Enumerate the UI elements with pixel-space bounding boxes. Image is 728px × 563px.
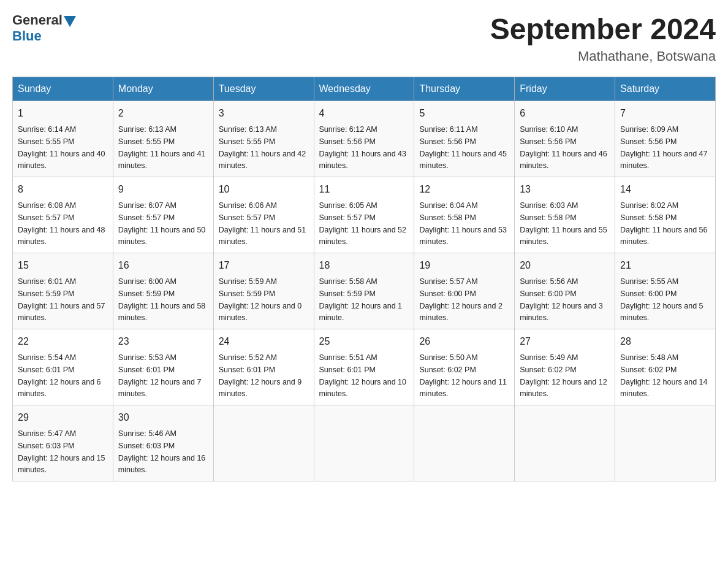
- day-info: Sunrise: 6:08 AMSunset: 5:57 PMDaylight:…: [18, 201, 105, 246]
- month-title: September 2024: [490, 12, 716, 46]
- table-cell: 7Sunrise: 6:09 AMSunset: 5:56 PMDaylight…: [615, 101, 716, 177]
- day-number: 19: [419, 258, 509, 273]
- table-cell: 24Sunrise: 5:52 AMSunset: 6:01 PMDayligh…: [213, 329, 314, 405]
- day-info: Sunrise: 5:51 AMSunset: 6:01 PMDaylight:…: [319, 353, 406, 398]
- day-info: Sunrise: 5:52 AMSunset: 6:01 PMDaylight:…: [219, 353, 302, 398]
- day-info: Sunrise: 5:59 AMSunset: 5:59 PMDaylight:…: [219, 277, 302, 322]
- day-number: 3: [219, 106, 309, 121]
- day-info: Sunrise: 5:56 AMSunset: 6:00 PMDaylight:…: [520, 277, 603, 322]
- table-cell: 26Sunrise: 5:50 AMSunset: 6:02 PMDayligh…: [414, 329, 515, 405]
- header-tuesday: Tuesday: [213, 77, 314, 101]
- table-cell: [314, 405, 414, 481]
- day-number: 22: [18, 334, 108, 349]
- table-cell: 28Sunrise: 5:48 AMSunset: 6:02 PMDayligh…: [615, 329, 716, 405]
- day-number: 15: [18, 258, 108, 273]
- day-number: 2: [118, 106, 208, 121]
- day-number: 30: [118, 410, 208, 425]
- header-thursday: Thursday: [414, 77, 515, 101]
- header-saturday: Saturday: [615, 77, 716, 101]
- day-number: 16: [118, 258, 208, 273]
- table-cell: 14Sunrise: 6:02 AMSunset: 5:58 PMDayligh…: [615, 177, 716, 253]
- table-cell: 25Sunrise: 5:51 AMSunset: 6:01 PMDayligh…: [314, 329, 414, 405]
- table-cell: 2Sunrise: 6:13 AMSunset: 5:55 PMDaylight…: [113, 101, 213, 177]
- table-cell: [213, 405, 314, 481]
- week-row-5: 29Sunrise: 5:47 AMSunset: 6:03 PMDayligh…: [13, 405, 716, 481]
- table-cell: 29Sunrise: 5:47 AMSunset: 6:03 PMDayligh…: [13, 405, 113, 481]
- day-number: 8: [18, 182, 108, 197]
- day-number: 9: [118, 182, 208, 197]
- day-info: Sunrise: 6:00 AMSunset: 5:59 PMDaylight:…: [118, 277, 205, 322]
- day-info: Sunrise: 5:49 AMSunset: 6:02 PMDaylight:…: [520, 353, 607, 398]
- day-number: 23: [118, 334, 208, 349]
- table-cell: 11Sunrise: 6:05 AMSunset: 5:57 PMDayligh…: [314, 177, 414, 253]
- header-friday: Friday: [515, 77, 615, 101]
- table-cell: [515, 405, 615, 481]
- table-cell: 20Sunrise: 5:56 AMSunset: 6:00 PMDayligh…: [515, 253, 615, 329]
- day-number: 11: [319, 182, 409, 197]
- calendar-table: Sunday Monday Tuesday Wednesday Thursday…: [12, 77, 716, 481]
- day-number: 1: [18, 106, 108, 121]
- table-cell: 23Sunrise: 5:53 AMSunset: 6:01 PMDayligh…: [113, 329, 213, 405]
- day-info: Sunrise: 5:48 AMSunset: 6:02 PMDaylight:…: [620, 353, 707, 398]
- table-cell: 18Sunrise: 5:58 AMSunset: 5:59 PMDayligh…: [314, 253, 414, 329]
- table-cell: 9Sunrise: 6:07 AMSunset: 5:57 PMDaylight…: [113, 177, 213, 253]
- days-header-row: Sunday Monday Tuesday Wednesday Thursday…: [13, 77, 716, 101]
- day-number: 6: [520, 106, 610, 121]
- week-row-3: 15Sunrise: 6:01 AMSunset: 5:59 PMDayligh…: [13, 253, 716, 329]
- location-subtitle: Mathathane, Botswana: [490, 48, 716, 64]
- day-info: Sunrise: 6:13 AMSunset: 5:55 PMDaylight:…: [118, 125, 205, 170]
- day-info: Sunrise: 5:55 AMSunset: 6:00 PMDaylight:…: [620, 277, 703, 322]
- day-number: 24: [219, 334, 309, 349]
- table-cell: 13Sunrise: 6:03 AMSunset: 5:58 PMDayligh…: [515, 177, 615, 253]
- day-number: 20: [520, 258, 610, 273]
- day-number: 29: [18, 410, 108, 425]
- day-info: Sunrise: 5:47 AMSunset: 6:03 PMDaylight:…: [18, 429, 105, 474]
- day-info: Sunrise: 6:02 AMSunset: 5:58 PMDaylight:…: [620, 201, 707, 246]
- day-number: 10: [219, 182, 309, 197]
- day-info: Sunrise: 6:06 AMSunset: 5:57 PMDaylight:…: [219, 201, 306, 246]
- logo-general-text: General: [12, 12, 63, 28]
- day-info: Sunrise: 6:11 AMSunset: 5:56 PMDaylight:…: [419, 125, 506, 170]
- day-number: 27: [520, 334, 610, 349]
- day-info: Sunrise: 5:46 AMSunset: 6:03 PMDaylight:…: [118, 429, 205, 474]
- day-info: Sunrise: 6:14 AMSunset: 5:55 PMDaylight:…: [18, 125, 105, 170]
- day-info: Sunrise: 6:03 AMSunset: 5:58 PMDaylight:…: [520, 201, 607, 246]
- table-cell: 19Sunrise: 5:57 AMSunset: 6:00 PMDayligh…: [414, 253, 515, 329]
- header-monday: Monday: [113, 77, 213, 101]
- table-cell: 21Sunrise: 5:55 AMSunset: 6:00 PMDayligh…: [615, 253, 716, 329]
- day-number: 7: [620, 106, 710, 121]
- day-number: 21: [620, 258, 710, 273]
- day-number: 12: [419, 182, 509, 197]
- table-cell: 5Sunrise: 6:11 AMSunset: 5:56 PMDaylight…: [414, 101, 515, 177]
- day-number: 13: [520, 182, 610, 197]
- table-cell: 1Sunrise: 6:14 AMSunset: 5:55 PMDaylight…: [13, 101, 113, 177]
- week-row-2: 8Sunrise: 6:08 AMSunset: 5:57 PMDaylight…: [13, 177, 716, 253]
- day-number: 18: [319, 258, 409, 273]
- day-number: 28: [620, 334, 710, 349]
- table-cell: 6Sunrise: 6:10 AMSunset: 5:56 PMDaylight…: [515, 101, 615, 177]
- header: General Blue September 2024 Mathathane, …: [12, 12, 716, 64]
- day-info: Sunrise: 5:50 AMSunset: 6:02 PMDaylight:…: [419, 353, 506, 398]
- day-info: Sunrise: 6:04 AMSunset: 5:58 PMDaylight:…: [419, 201, 506, 246]
- header-sunday: Sunday: [13, 77, 113, 101]
- table-cell: 3Sunrise: 6:13 AMSunset: 5:55 PMDaylight…: [213, 101, 314, 177]
- day-number: 4: [319, 106, 409, 121]
- table-cell: [615, 405, 716, 481]
- table-cell: 8Sunrise: 6:08 AMSunset: 5:57 PMDaylight…: [13, 177, 113, 253]
- day-info: Sunrise: 5:58 AMSunset: 5:59 PMDaylight:…: [319, 277, 403, 322]
- day-info: Sunrise: 5:54 AMSunset: 6:01 PMDaylight:…: [18, 353, 101, 398]
- day-info: Sunrise: 6:12 AMSunset: 5:56 PMDaylight:…: [319, 125, 406, 170]
- table-cell: 4Sunrise: 6:12 AMSunset: 5:56 PMDaylight…: [314, 101, 414, 177]
- day-number: 17: [219, 258, 309, 273]
- day-info: Sunrise: 6:09 AMSunset: 5:56 PMDaylight:…: [620, 125, 707, 170]
- week-row-4: 22Sunrise: 5:54 AMSunset: 6:01 PMDayligh…: [13, 329, 716, 405]
- table-cell: 22Sunrise: 5:54 AMSunset: 6:01 PMDayligh…: [13, 329, 113, 405]
- day-info: Sunrise: 6:01 AMSunset: 5:59 PMDaylight:…: [18, 277, 105, 322]
- day-info: Sunrise: 6:07 AMSunset: 5:57 PMDaylight:…: [118, 201, 205, 246]
- day-info: Sunrise: 6:10 AMSunset: 5:56 PMDaylight:…: [520, 125, 607, 170]
- table-cell: 15Sunrise: 6:01 AMSunset: 5:59 PMDayligh…: [13, 253, 113, 329]
- day-info: Sunrise: 5:57 AMSunset: 6:00 PMDaylight:…: [419, 277, 502, 322]
- table-cell: 10Sunrise: 6:06 AMSunset: 5:57 PMDayligh…: [213, 177, 314, 253]
- header-wednesday: Wednesday: [314, 77, 414, 101]
- week-row-1: 1Sunrise: 6:14 AMSunset: 5:55 PMDaylight…: [13, 101, 716, 177]
